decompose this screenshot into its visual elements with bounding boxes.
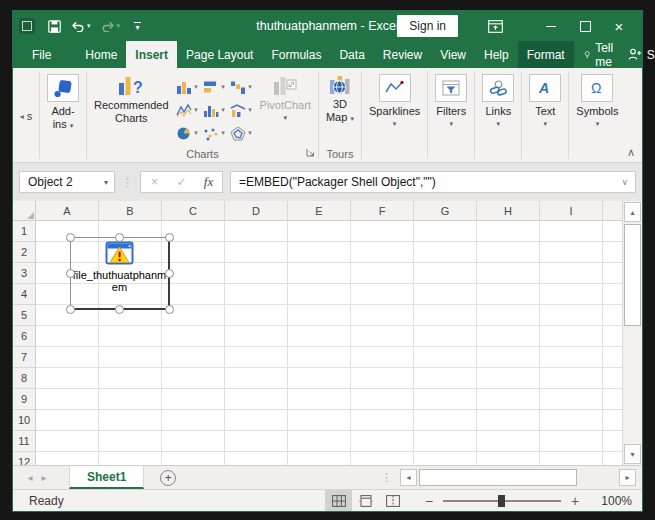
zoom-out-button[interactable]: − xyxy=(418,493,440,509)
cell-I3[interactable] xyxy=(540,263,603,284)
cell-G2[interactable] xyxy=(414,242,477,263)
cell-G11[interactable] xyxy=(414,431,477,452)
cell-I10[interactable] xyxy=(540,410,603,431)
cell-partial[interactable] xyxy=(603,305,622,326)
selection-handle[interactable] xyxy=(165,269,174,278)
share-button[interactable]: Share xyxy=(628,41,655,68)
cell-H2[interactable] xyxy=(477,242,540,263)
cell-F6[interactable] xyxy=(351,326,414,347)
cell-I7[interactable] xyxy=(540,347,603,368)
row-header-8[interactable]: 8 xyxy=(13,368,36,389)
tab-view[interactable]: View xyxy=(431,41,475,68)
cell-G6[interactable] xyxy=(414,326,477,347)
cell-A9[interactable] xyxy=(36,389,99,410)
cell-partial[interactable] xyxy=(603,221,622,242)
zoom-slider-thumb[interactable] xyxy=(498,495,505,507)
sign-in-button[interactable]: Sign in xyxy=(397,15,458,37)
cell-partial[interactable] xyxy=(603,284,622,305)
undo-dropdown-icon[interactable]: ▾ xyxy=(87,22,91,30)
insert-column-chart-button[interactable]: ▾ xyxy=(174,76,201,99)
normal-view-button[interactable] xyxy=(325,490,352,511)
insert-waterfall-chart-button[interactable]: ▾ xyxy=(228,76,255,99)
row-header-9[interactable]: 9 xyxy=(13,389,36,410)
cell-E4[interactable] xyxy=(288,284,351,305)
tab-insert[interactable]: Insert xyxy=(126,41,177,68)
links-button[interactable]: Links ▾ xyxy=(477,72,519,130)
charts-dialog-launcher[interactable] xyxy=(306,147,315,159)
column-header-F[interactable]: F xyxy=(351,201,414,221)
cell-B11[interactable] xyxy=(99,431,162,452)
new-sheet-button[interactable]: + xyxy=(160,470,176,486)
page-break-preview-button[interactable] xyxy=(379,490,406,511)
column-header-G[interactable]: G xyxy=(414,201,477,221)
column-header-D[interactable]: D xyxy=(225,201,288,221)
cell-H3[interactable] xyxy=(477,263,540,284)
tab-data[interactable]: Data xyxy=(330,41,373,68)
cell-G3[interactable] xyxy=(414,263,477,284)
selection-handle[interactable] xyxy=(66,233,75,242)
selection-handle[interactable] xyxy=(66,305,75,314)
column-header-E[interactable]: E xyxy=(288,201,351,221)
tab-splitter-handle[interactable]: ⋮ xyxy=(381,471,392,484)
insert-function-button[interactable]: fx xyxy=(195,174,222,190)
cell-C6[interactable] xyxy=(162,326,225,347)
cell-H9[interactable] xyxy=(477,389,540,410)
selection-handle[interactable] xyxy=(115,233,124,242)
row-header-2[interactable]: 2 xyxy=(13,242,36,263)
enter-button[interactable]: ✓ xyxy=(168,175,195,189)
cell-F5[interactable] xyxy=(351,305,414,326)
selection-handle[interactable] xyxy=(115,305,124,314)
cell-A12[interactable] xyxy=(36,452,99,465)
close-button[interactable]: × xyxy=(602,19,636,34)
cell-H8[interactable] xyxy=(477,368,540,389)
cell-E12[interactable] xyxy=(288,452,351,465)
tab-page-layout[interactable]: Page Layout xyxy=(177,41,262,68)
cell-B9[interactable] xyxy=(99,389,162,410)
zoom-in-button[interactable]: + xyxy=(564,493,586,509)
cell-H7[interactable] xyxy=(477,347,540,368)
undo-button[interactable]: ▾ xyxy=(68,18,94,34)
collapse-ribbon-button[interactable]: ∧ xyxy=(627,146,635,159)
cell-D4[interactable] xyxy=(225,284,288,305)
cell-D3[interactable] xyxy=(225,263,288,284)
cell-D6[interactable] xyxy=(225,326,288,347)
cell-G7[interactable] xyxy=(414,347,477,368)
redo-button[interactable]: ▾ xyxy=(98,18,124,34)
cell-H11[interactable] xyxy=(477,431,540,452)
cell-E5[interactable] xyxy=(288,305,351,326)
cell-partial[interactable] xyxy=(603,389,622,410)
cell-A7[interactable] xyxy=(36,347,99,368)
tab-formulas[interactable]: Formulas xyxy=(262,41,330,68)
previous-sheet-button[interactable]: ◂ xyxy=(23,472,37,483)
row-header-10[interactable]: 10 xyxy=(13,410,36,431)
cell-H1[interactable] xyxy=(477,221,540,242)
cell-C10[interactable] xyxy=(162,410,225,431)
name-box[interactable]: Object 2 ▾ xyxy=(19,171,115,193)
cell-F4[interactable] xyxy=(351,284,414,305)
cell-partial[interactable] xyxy=(603,242,622,263)
cell-I5[interactable] xyxy=(540,305,603,326)
cell-D11[interactable] xyxy=(225,431,288,452)
insert-scatter-chart-button[interactable]: ▾ xyxy=(201,122,228,145)
cell-D1[interactable] xyxy=(225,221,288,242)
cell-D2[interactable] xyxy=(225,242,288,263)
scroll-left-button[interactable]: ◂ xyxy=(400,469,417,486)
save-button[interactable] xyxy=(45,18,64,35)
cell-B10[interactable] xyxy=(99,410,162,431)
cell-I6[interactable] xyxy=(540,326,603,347)
tab-file[interactable]: File xyxy=(23,41,60,68)
redo-dropdown-icon[interactable]: ▾ xyxy=(117,22,121,30)
cell-B7[interactable] xyxy=(99,347,162,368)
add-ins-button[interactable]: Add- ins ▾ xyxy=(42,72,84,133)
cancel-button[interactable]: × xyxy=(141,175,168,189)
cell-partial[interactable] xyxy=(603,347,622,368)
cell-I4[interactable] xyxy=(540,284,603,305)
cell-E9[interactable] xyxy=(288,389,351,410)
row-header-7[interactable]: 7 xyxy=(13,347,36,368)
cell-partial[interactable] xyxy=(603,263,622,284)
sheet-tab-sheet1[interactable]: Sheet1 xyxy=(69,466,144,489)
cell-D10[interactable] xyxy=(225,410,288,431)
selection-handle[interactable] xyxy=(66,269,75,278)
tab-format[interactable]: Format xyxy=(518,41,574,68)
cell-E10[interactable] xyxy=(288,410,351,431)
